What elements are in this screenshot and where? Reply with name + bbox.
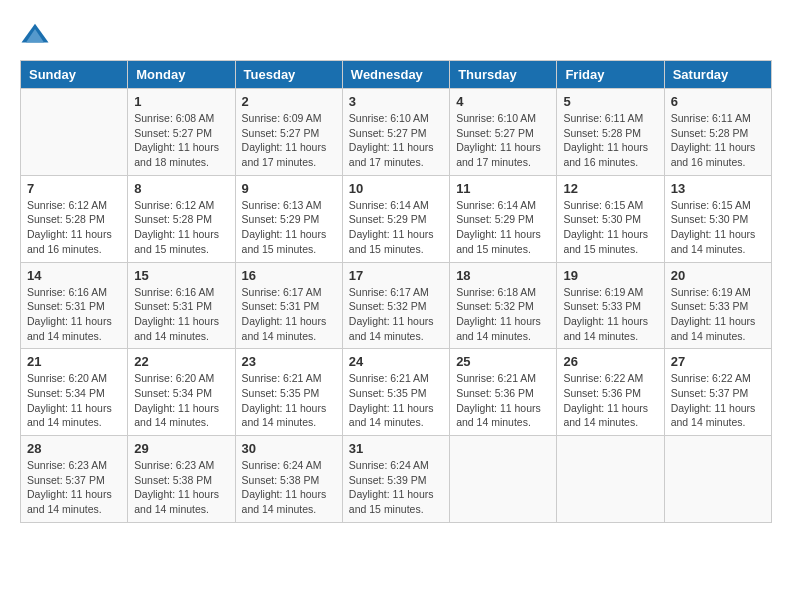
calendar-week-row: 21Sunrise: 6:20 AMSunset: 5:34 PMDayligh… [21,349,772,436]
day-number: 21 [27,354,121,369]
day-number: 7 [27,181,121,196]
day-info: Sunrise: 6:10 AMSunset: 5:27 PMDaylight:… [349,111,443,170]
day-info: Sunrise: 6:17 AMSunset: 5:31 PMDaylight:… [242,285,336,344]
day-info: Sunrise: 6:21 AMSunset: 5:36 PMDaylight:… [456,371,550,430]
weekday-header-thursday: Thursday [450,61,557,89]
day-number: 12 [563,181,657,196]
day-info: Sunrise: 6:15 AMSunset: 5:30 PMDaylight:… [563,198,657,257]
calendar-cell: 17Sunrise: 6:17 AMSunset: 5:32 PMDayligh… [342,262,449,349]
day-info: Sunrise: 6:08 AMSunset: 5:27 PMDaylight:… [134,111,228,170]
calendar-cell: 30Sunrise: 6:24 AMSunset: 5:38 PMDayligh… [235,436,342,523]
day-number: 19 [563,268,657,283]
day-number: 31 [349,441,443,456]
calendar-cell [557,436,664,523]
day-info: Sunrise: 6:10 AMSunset: 5:27 PMDaylight:… [456,111,550,170]
calendar-cell: 7Sunrise: 6:12 AMSunset: 5:28 PMDaylight… [21,175,128,262]
day-info: Sunrise: 6:19 AMSunset: 5:33 PMDaylight:… [563,285,657,344]
day-info: Sunrise: 6:11 AMSunset: 5:28 PMDaylight:… [671,111,765,170]
day-number: 5 [563,94,657,109]
calendar-cell: 31Sunrise: 6:24 AMSunset: 5:39 PMDayligh… [342,436,449,523]
calendar-cell: 9Sunrise: 6:13 AMSunset: 5:29 PMDaylight… [235,175,342,262]
calendar-cell: 11Sunrise: 6:14 AMSunset: 5:29 PMDayligh… [450,175,557,262]
calendar-cell: 27Sunrise: 6:22 AMSunset: 5:37 PMDayligh… [664,349,771,436]
weekday-header-sunday: Sunday [21,61,128,89]
day-number: 9 [242,181,336,196]
calendar-cell: 28Sunrise: 6:23 AMSunset: 5:37 PMDayligh… [21,436,128,523]
weekday-header-row: SundayMondayTuesdayWednesdayThursdayFrid… [21,61,772,89]
weekday-header-friday: Friday [557,61,664,89]
calendar-cell: 16Sunrise: 6:17 AMSunset: 5:31 PMDayligh… [235,262,342,349]
day-info: Sunrise: 6:09 AMSunset: 5:27 PMDaylight:… [242,111,336,170]
day-number: 20 [671,268,765,283]
day-number: 26 [563,354,657,369]
day-number: 11 [456,181,550,196]
day-number: 2 [242,94,336,109]
calendar-cell [664,436,771,523]
day-info: Sunrise: 6:23 AMSunset: 5:38 PMDaylight:… [134,458,228,517]
calendar-header: SundayMondayTuesdayWednesdayThursdayFrid… [21,61,772,89]
calendar-cell: 24Sunrise: 6:21 AMSunset: 5:35 PMDayligh… [342,349,449,436]
calendar-cell: 2Sunrise: 6:09 AMSunset: 5:27 PMDaylight… [235,89,342,176]
calendar-cell: 23Sunrise: 6:21 AMSunset: 5:35 PMDayligh… [235,349,342,436]
calendar-cell: 15Sunrise: 6:16 AMSunset: 5:31 PMDayligh… [128,262,235,349]
day-number: 13 [671,181,765,196]
day-number: 14 [27,268,121,283]
weekday-header-wednesday: Wednesday [342,61,449,89]
weekday-header-monday: Monday [128,61,235,89]
calendar-cell: 13Sunrise: 6:15 AMSunset: 5:30 PMDayligh… [664,175,771,262]
calendar-cell: 14Sunrise: 6:16 AMSunset: 5:31 PMDayligh… [21,262,128,349]
weekday-header-saturday: Saturday [664,61,771,89]
weekday-header-tuesday: Tuesday [235,61,342,89]
day-info: Sunrise: 6:20 AMSunset: 5:34 PMDaylight:… [27,371,121,430]
logo-icon [20,20,50,50]
day-info: Sunrise: 6:24 AMSunset: 5:38 PMDaylight:… [242,458,336,517]
day-info: Sunrise: 6:12 AMSunset: 5:28 PMDaylight:… [134,198,228,257]
day-info: Sunrise: 6:14 AMSunset: 5:29 PMDaylight:… [349,198,443,257]
day-number: 1 [134,94,228,109]
calendar-cell: 4Sunrise: 6:10 AMSunset: 5:27 PMDaylight… [450,89,557,176]
calendar-cell: 3Sunrise: 6:10 AMSunset: 5:27 PMDaylight… [342,89,449,176]
calendar-cell: 12Sunrise: 6:15 AMSunset: 5:30 PMDayligh… [557,175,664,262]
day-number: 29 [134,441,228,456]
calendar-cell: 5Sunrise: 6:11 AMSunset: 5:28 PMDaylight… [557,89,664,176]
day-info: Sunrise: 6:19 AMSunset: 5:33 PMDaylight:… [671,285,765,344]
day-number: 8 [134,181,228,196]
calendar-table: SundayMondayTuesdayWednesdayThursdayFrid… [20,60,772,523]
calendar-cell [450,436,557,523]
day-number: 22 [134,354,228,369]
day-number: 17 [349,268,443,283]
calendar-cell: 8Sunrise: 6:12 AMSunset: 5:28 PMDaylight… [128,175,235,262]
calendar-cell: 1Sunrise: 6:08 AMSunset: 5:27 PMDaylight… [128,89,235,176]
day-number: 24 [349,354,443,369]
day-info: Sunrise: 6:22 AMSunset: 5:36 PMDaylight:… [563,371,657,430]
calendar-cell: 21Sunrise: 6:20 AMSunset: 5:34 PMDayligh… [21,349,128,436]
day-info: Sunrise: 6:11 AMSunset: 5:28 PMDaylight:… [563,111,657,170]
day-info: Sunrise: 6:12 AMSunset: 5:28 PMDaylight:… [27,198,121,257]
calendar-cell: 26Sunrise: 6:22 AMSunset: 5:36 PMDayligh… [557,349,664,436]
day-info: Sunrise: 6:16 AMSunset: 5:31 PMDaylight:… [134,285,228,344]
day-info: Sunrise: 6:18 AMSunset: 5:32 PMDaylight:… [456,285,550,344]
day-number: 15 [134,268,228,283]
day-info: Sunrise: 6:20 AMSunset: 5:34 PMDaylight:… [134,371,228,430]
day-number: 16 [242,268,336,283]
day-info: Sunrise: 6:24 AMSunset: 5:39 PMDaylight:… [349,458,443,517]
day-info: Sunrise: 6:22 AMSunset: 5:37 PMDaylight:… [671,371,765,430]
day-number: 23 [242,354,336,369]
day-info: Sunrise: 6:16 AMSunset: 5:31 PMDaylight:… [27,285,121,344]
calendar-cell: 6Sunrise: 6:11 AMSunset: 5:28 PMDaylight… [664,89,771,176]
calendar-cell: 25Sunrise: 6:21 AMSunset: 5:36 PMDayligh… [450,349,557,436]
calendar-body: 1Sunrise: 6:08 AMSunset: 5:27 PMDaylight… [21,89,772,523]
day-number: 18 [456,268,550,283]
day-info: Sunrise: 6:15 AMSunset: 5:30 PMDaylight:… [671,198,765,257]
calendar-cell: 20Sunrise: 6:19 AMSunset: 5:33 PMDayligh… [664,262,771,349]
day-number: 6 [671,94,765,109]
day-info: Sunrise: 6:21 AMSunset: 5:35 PMDaylight:… [242,371,336,430]
day-number: 27 [671,354,765,369]
day-number: 25 [456,354,550,369]
day-info: Sunrise: 6:21 AMSunset: 5:35 PMDaylight:… [349,371,443,430]
day-number: 28 [27,441,121,456]
calendar-week-row: 1Sunrise: 6:08 AMSunset: 5:27 PMDaylight… [21,89,772,176]
page-header [20,20,772,50]
day-number: 4 [456,94,550,109]
logo [20,20,56,50]
